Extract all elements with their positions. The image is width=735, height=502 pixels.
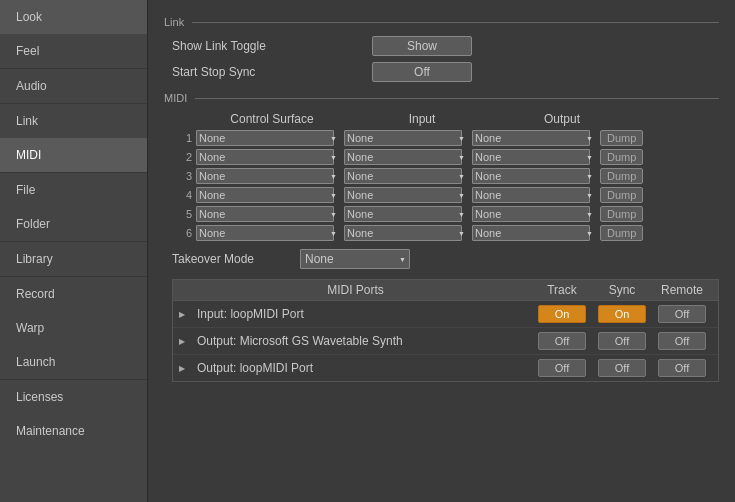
sidebar-item-record[interactable]: Record	[0, 276, 147, 311]
midi-cs-select-4[interactable]: None	[196, 187, 334, 203]
sidebar: Look Feel Audio Link MIDI File Folder Li…	[0, 0, 148, 502]
midi-cs-select-5[interactable]: None	[196, 206, 334, 222]
ports-col-ports: MIDI Ports	[179, 283, 532, 297]
sidebar-item-folder[interactable]: Folder	[0, 207, 147, 241]
dump-button-2[interactable]: Dump	[600, 149, 643, 165]
midi-header-input: Input	[352, 112, 492, 126]
port-remote-3: Off	[652, 359, 712, 377]
port-remote-btn-2[interactable]: Off	[658, 332, 706, 350]
midi-cs-select-2[interactable]: None	[196, 149, 334, 165]
midi-section-header: MIDI	[164, 92, 719, 104]
port-sync-2: Off	[592, 332, 652, 350]
sidebar-item-feel[interactable]: Feel	[0, 34, 147, 68]
sidebar-label-record: Record	[16, 287, 55, 301]
sidebar-label-folder: Folder	[16, 217, 50, 231]
midi-output-select-5[interactable]: None	[472, 206, 590, 222]
port-expand-3[interactable]: ▶	[179, 364, 193, 373]
sidebar-item-launch[interactable]: Launch	[0, 345, 147, 379]
midi-cs-select-1[interactable]: None	[196, 130, 334, 146]
takeover-mode-row: Takeover Mode None Value Scaling Pickup …	[172, 249, 719, 269]
midi-row-num-2: 2	[172, 151, 192, 163]
dump-button-4[interactable]: Dump	[600, 187, 643, 203]
show-link-toggle-row: Show Link Toggle Show	[164, 36, 719, 56]
midi-input-select-1[interactable]: None	[344, 130, 462, 146]
sidebar-label-feel: Feel	[16, 44, 39, 58]
port-row-3: ▶ Output: loopMIDI Port Off Off Off	[173, 355, 718, 381]
sidebar-item-audio[interactable]: Audio	[0, 68, 147, 103]
sidebar-item-maintenance[interactable]: Maintenance	[0, 414, 147, 448]
port-expand-1[interactable]: ▶	[179, 310, 193, 319]
port-expand-2[interactable]: ▶	[179, 337, 193, 346]
port-remote-1: Off	[652, 305, 712, 323]
port-name-3: Output: loopMIDI Port	[197, 361, 532, 375]
port-sync-3: Off	[592, 359, 652, 377]
main-content: Link Show Link Toggle Show Start Stop Sy…	[148, 0, 735, 502]
midi-row-3: 3 None None None Dump	[172, 168, 719, 184]
ports-col-remote: Remote	[652, 283, 712, 297]
sidebar-label-link: Link	[16, 114, 38, 128]
port-sync-btn-3[interactable]: Off	[598, 359, 646, 377]
sidebar-label-launch: Launch	[16, 355, 55, 369]
port-track-2: Off	[532, 332, 592, 350]
start-stop-sync-button[interactable]: Off	[372, 62, 472, 82]
ports-col-sync: Sync	[592, 283, 652, 297]
dump-button-5[interactable]: Dump	[600, 206, 643, 222]
sidebar-item-warp[interactable]: Warp	[0, 311, 147, 345]
port-sync-btn-2[interactable]: Off	[598, 332, 646, 350]
midi-table: Control Surface Input Output 1 None None…	[172, 112, 719, 241]
midi-row-num-6: 6	[172, 227, 192, 239]
sidebar-label-library: Library	[16, 252, 53, 266]
link-section-header: Link	[164, 16, 719, 28]
midi-cs-select-6[interactable]: None	[196, 225, 334, 241]
midi-row-num-4: 4	[172, 189, 192, 201]
dump-button-1[interactable]: Dump	[600, 130, 643, 146]
port-name-2: Output: Microsoft GS Wavetable Synth	[197, 334, 532, 348]
port-track-1: On	[532, 305, 592, 323]
port-sync-1: On	[592, 305, 652, 323]
dump-button-3[interactable]: Dump	[600, 168, 643, 184]
midi-output-select-4[interactable]: None	[472, 187, 590, 203]
start-stop-sync-row: Start Stop Sync Off	[164, 62, 719, 82]
port-remote-btn-1[interactable]: Off	[658, 305, 706, 323]
midi-output-select-6[interactable]: None	[472, 225, 590, 241]
midi-output-select-3[interactable]: None	[472, 168, 590, 184]
midi-header-cs: Control Surface	[192, 112, 352, 126]
midi-output-select-1[interactable]: None	[472, 130, 590, 146]
midi-cs-select-3[interactable]: None	[196, 168, 334, 184]
port-sync-btn-1[interactable]: On	[598, 305, 646, 323]
midi-input-select-3[interactable]: None	[344, 168, 462, 184]
midi-row-2: 2 None None None Dump	[172, 149, 719, 165]
ports-table-header: MIDI Ports Track Sync Remote	[173, 280, 718, 301]
takeover-mode-label: Takeover Mode	[172, 252, 292, 266]
port-track-btn-2[interactable]: Off	[538, 332, 586, 350]
sidebar-item-look[interactable]: Look	[0, 0, 147, 34]
midi-input-select-6[interactable]: None	[344, 225, 462, 241]
start-stop-sync-label: Start Stop Sync	[172, 65, 372, 79]
sidebar-item-file[interactable]: File	[0, 172, 147, 207]
midi-output-select-2[interactable]: None	[472, 149, 590, 165]
port-track-btn-1[interactable]: On	[538, 305, 586, 323]
sidebar-label-audio: Audio	[16, 79, 47, 93]
dump-button-6[interactable]: Dump	[600, 225, 643, 241]
sidebar-item-licenses[interactable]: Licenses	[0, 379, 147, 414]
midi-input-select-4[interactable]: None	[344, 187, 462, 203]
sidebar-item-link[interactable]: Link	[0, 103, 147, 138]
midi-row-1: 1 None None None Dump	[172, 130, 719, 146]
port-track-btn-3[interactable]: Off	[538, 359, 586, 377]
midi-input-select-2[interactable]: None	[344, 149, 462, 165]
midi-row-num-1: 1	[172, 132, 192, 144]
show-link-toggle-label: Show Link Toggle	[172, 39, 372, 53]
port-track-3: Off	[532, 359, 592, 377]
port-remote-btn-3[interactable]: Off	[658, 359, 706, 377]
sidebar-label-file: File	[16, 183, 35, 197]
show-link-toggle-button[interactable]: Show	[372, 36, 472, 56]
midi-table-header: Control Surface Input Output	[172, 112, 719, 126]
midi-header-output: Output	[492, 112, 632, 126]
midi-ports-table: MIDI Ports Track Sync Remote ▶ Input: lo…	[172, 279, 719, 382]
ports-col-track: Track	[532, 283, 592, 297]
midi-input-select-5[interactable]: None	[344, 206, 462, 222]
sidebar-label-maintenance: Maintenance	[16, 424, 85, 438]
sidebar-item-midi[interactable]: MIDI	[0, 138, 147, 172]
takeover-mode-select[interactable]: None Value Scaling Pickup (Relative)	[300, 249, 410, 269]
sidebar-item-library[interactable]: Library	[0, 241, 147, 276]
